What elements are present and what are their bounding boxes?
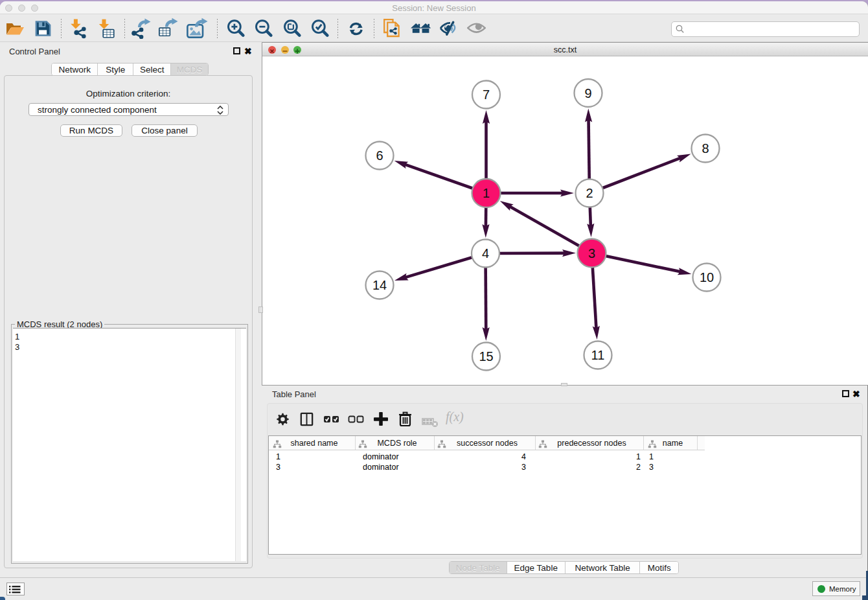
svg-text:1: 1 (483, 186, 490, 200)
svg-text:8: 8 (702, 141, 709, 156)
svg-text:6: 6 (376, 148, 383, 163)
svg-text:10: 10 (700, 270, 714, 284)
svg-text:7: 7 (483, 87, 490, 102)
svg-text:2: 2 (586, 186, 593, 200)
svg-text:14: 14 (372, 278, 387, 292)
svg-text:3: 3 (588, 246, 595, 260)
svg-text:9: 9 (584, 86, 591, 100)
svg-text:15: 15 (479, 349, 493, 363)
svg-text:4: 4 (482, 246, 489, 260)
svg-text:11: 11 (591, 348, 605, 362)
